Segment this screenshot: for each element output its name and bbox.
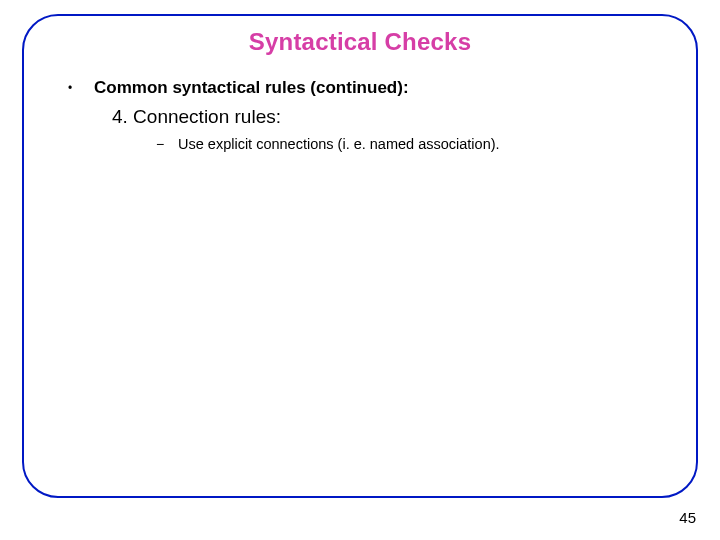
bullet-icon: •: [68, 81, 94, 95]
slide: Syntactical Checks • Common syntactical …: [0, 0, 720, 540]
bullet-text: Common syntactical rules (continued):: [94, 78, 409, 98]
slide-title: Syntactical Checks: [50, 28, 670, 56]
dash-text: Use explicit connections (i. e. named as…: [178, 136, 500, 152]
sub-heading: 4. Connection rules:: [112, 106, 670, 128]
page-number: 45: [679, 509, 696, 526]
dash-icon: −: [156, 136, 178, 152]
dash-row: − Use explicit connections (i. e. named …: [156, 136, 670, 152]
bullet-row: • Common syntactical rules (continued):: [68, 78, 670, 98]
slide-frame: Syntactical Checks • Common syntactical …: [22, 14, 698, 498]
